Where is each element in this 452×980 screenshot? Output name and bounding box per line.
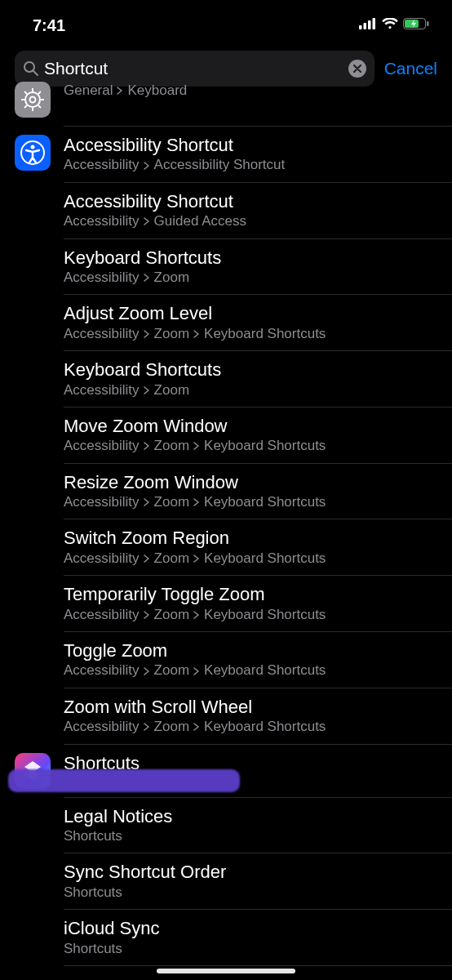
result-row[interactable]: iCloud SyncShortcuts: [0, 910, 452, 965]
result-path: Shortcuts: [64, 941, 437, 957]
result-title: Move Zoom Window: [64, 416, 437, 437]
path-segment: Accessibility: [64, 157, 140, 173]
result-title: Accessibility Shortcut: [64, 191, 437, 212]
access-icon: [15, 135, 51, 171]
svg-rect-3: [373, 18, 376, 29]
result-title: Accessibility Shortcut: [64, 135, 437, 156]
path-segment: Zoom: [154, 607, 189, 623]
result-row[interactable]: Switch Zoom RegionAccessibility Zoom Key…: [0, 519, 452, 575]
result-row[interactable]: Accessibility ShortcutAccessibility Guid…: [0, 183, 452, 238]
path-segment: Accessibility: [64, 438, 140, 454]
result-path: Accessibility Zoom Keyboard Shortcuts: [64, 662, 437, 679]
path-segment: Shortcuts: [64, 828, 122, 844]
result-path: Accessibility Zoom Keyboard Shortcuts: [64, 550, 437, 567]
result-text: Temporarily Toggle ZoomAccessibility Zoo…: [64, 584, 437, 623]
path-segment: Keyboard Shortcuts: [204, 494, 326, 510]
svg-rect-0: [359, 25, 362, 29]
home-indicator: [157, 969, 295, 973]
svg-rect-2: [368, 20, 371, 29]
search-results: General KeyboardAccessibility ShortcutAc…: [0, 82, 452, 966]
result-title: Resize Zoom Window: [64, 472, 437, 493]
result-path: Accessibility Zoom Keyboard Shortcuts: [64, 326, 437, 342]
svg-line-18: [24, 105, 27, 108]
result-path: Accessibility Accessibility Shortcut: [64, 157, 437, 173]
svg-line-16: [38, 105, 41, 108]
gear-icon: [15, 82, 51, 118]
result-row[interactable]: General Keyboard: [0, 82, 452, 126]
svg-point-9: [25, 92, 40, 107]
svg-rect-5: [427, 21, 429, 26]
path-segment: Zoom: [154, 326, 189, 342]
result-row[interactable]: Keyboard ShortcutsAccessibility Zoom: [0, 239, 452, 295]
path-segment: Zoom: [154, 382, 189, 399]
svg-point-20: [31, 145, 35, 149]
result-path: Accessibility Zoom: [64, 270, 437, 286]
svg-rect-6: [405, 20, 419, 28]
result-title: Keyboard Shortcuts: [64, 359, 437, 381]
path-segment: Accessibility Shortcut: [154, 157, 286, 173]
path-segment: Zoom: [154, 494, 189, 510]
svg-line-17: [38, 91, 41, 94]
path-segment: Zoom: [154, 438, 189, 454]
result-path: Accessibility Zoom: [64, 382, 437, 399]
result-text: Sync Shortcut OrderShortcuts: [64, 862, 437, 901]
path-segment: Shortcuts: [64, 941, 122, 957]
result-title: Legal Notices: [64, 806, 437, 827]
result-row[interactable]: Toggle ZoomAccessibility Zoom Keyboard S…: [0, 632, 452, 688]
path-segment: Keyboard Shortcuts: [204, 719, 326, 735]
cellular-icon: [359, 18, 377, 33]
path-segment: Keyboard: [127, 82, 187, 99]
path-segment: General: [64, 82, 113, 99]
path-segment: Guided Access: [154, 213, 246, 229]
result-row[interactable]: Legal NoticesShortcuts: [0, 798, 452, 853]
search-input[interactable]: Shortcut: [44, 59, 348, 78]
result-row[interactable]: Adjust Zoom LevelAccessibility Zoom Keyb…: [0, 295, 452, 350]
result-title: Sync Shortcut Order: [64, 862, 437, 883]
result-text: Resize Zoom WindowAccessibility Zoom Key…: [64, 472, 437, 511]
result-title: Zoom with Scroll Wheel: [64, 697, 437, 718]
result-row[interactable]: Temporarily Toggle ZoomAccessibility Zoo…: [0, 576, 452, 631]
battery-icon: [403, 18, 429, 33]
status-time: 7:41: [33, 16, 65, 35]
clear-icon[interactable]: [348, 60, 366, 78]
result-title: iCloud Sync: [64, 918, 437, 939]
path-segment: Keyboard Shortcuts: [204, 438, 326, 454]
result-row[interactable]: Move Zoom WindowAccessibility Zoom Keybo…: [0, 408, 452, 463]
result-title: Adjust Zoom Level: [64, 303, 437, 324]
result-text: Accessibility ShortcutAccessibility Acce…: [64, 135, 437, 174]
result-path: Accessibility Zoom Keyboard Shortcuts: [64, 719, 437, 735]
path-segment: Keyboard Shortcuts: [204, 662, 326, 679]
svg-point-10: [30, 97, 36, 103]
cancel-button[interactable]: Cancel: [384, 59, 437, 78]
result-title: Toggle Zoom: [64, 640, 437, 662]
status-icons: [359, 18, 429, 33]
result-row[interactable]: Zoom with Scroll WheelAccessibility Zoom…: [0, 688, 452, 744]
result-text: Toggle ZoomAccessibility Zoom Keyboard S…: [64, 640, 437, 679]
svg-line-15: [24, 91, 27, 94]
path-segment: Accessibility: [64, 662, 140, 679]
redaction-smudge: [8, 769, 240, 792]
result-row[interactable]: Accessibility ShortcutAccessibility Acce…: [0, 127, 452, 182]
status-bar: 7:41: [0, 0, 452, 44]
result-row[interactable]: Sync Shortcut OrderShortcuts: [0, 853, 452, 909]
result-text: Adjust Zoom LevelAccessibility Zoom Keyb…: [64, 303, 437, 342]
result-title: Keyboard Shortcuts: [64, 247, 437, 269]
result-path: Shortcuts: [64, 828, 437, 844]
result-row[interactable]: Keyboard ShortcutsAccessibility Zoom: [0, 351, 452, 407]
result-text: General Keyboard: [64, 82, 437, 99]
result-text: Switch Zoom RegionAccessibility Zoom Key…: [64, 528, 437, 567]
path-segment: Accessibility: [64, 382, 140, 399]
svg-point-7: [24, 62, 34, 72]
result-path: General Keyboard: [64, 82, 437, 99]
result-title: Temporarily Toggle Zoom: [64, 584, 437, 605]
result-row[interactable]: Resize Zoom WindowAccessibility Zoom Key…: [0, 464, 452, 519]
result-text: Move Zoom WindowAccessibility Zoom Keybo…: [64, 416, 437, 455]
path-segment: Shortcuts: [64, 884, 122, 901]
path-segment: Zoom: [154, 270, 189, 286]
path-segment: Accessibility: [64, 494, 140, 510]
path-segment: Zoom: [154, 719, 189, 735]
result-path: Accessibility Zoom Keyboard Shortcuts: [64, 438, 437, 454]
path-segment: Accessibility: [64, 270, 140, 286]
search-icon: [23, 60, 39, 77]
path-segment: Zoom: [154, 662, 189, 679]
